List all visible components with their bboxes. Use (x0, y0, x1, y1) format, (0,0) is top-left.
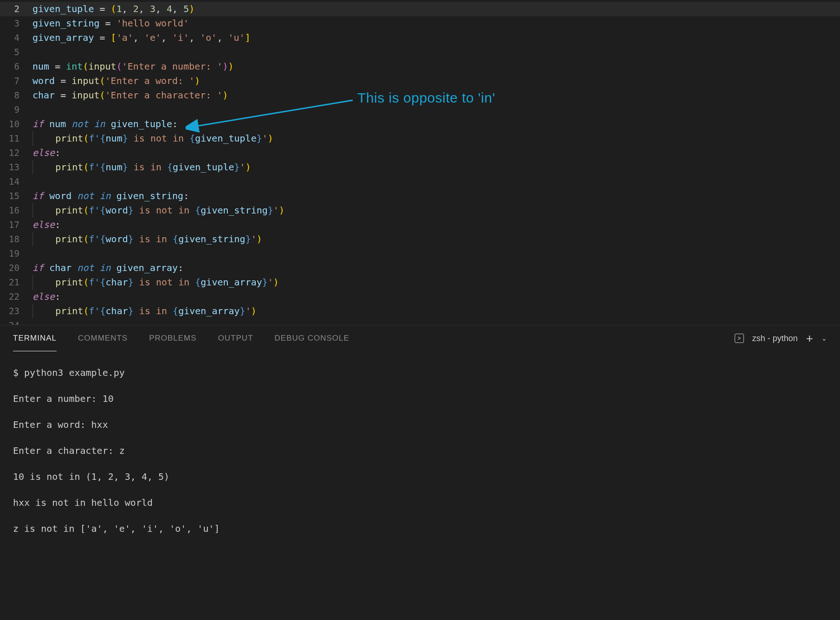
tab-debug-console[interactable]: DEBUG CONSOLE (275, 325, 349, 351)
line-number: 8 (0, 88, 32, 103)
code-line[interactable]: 3 given_string = 'hello world' (0, 16, 840, 31)
line-number: 2 (0, 2, 32, 16)
line-number: 17 (0, 218, 32, 232)
code-line[interactable]: 15 if word not in given_string: (0, 189, 840, 203)
tab-comments[interactable]: COMMENTS (78, 325, 128, 351)
code-line[interactable]: 24 (0, 318, 840, 325)
line-number: 16 (0, 203, 32, 218)
new-terminal-icon[interactable]: + (806, 331, 813, 346)
code-line[interactable]: 22 else: (0, 290, 840, 304)
code-line[interactable]: 23 print(f'{char} is in {given_array}') (0, 304, 840, 318)
line-number: 14 (0, 174, 32, 189)
terminal-shell-label[interactable]: zsh - python (752, 334, 798, 343)
code-line[interactable]: 17 else: (0, 218, 840, 232)
tab-output[interactable]: OUTPUT (218, 325, 253, 351)
line-number: 11 (0, 131, 32, 146)
terminal-line: Enter a word: hxx (13, 418, 827, 431)
line-number: 4 (0, 31, 32, 45)
code-line[interactable]: 6 num = int(input('Enter a number: ')) (0, 59, 840, 74)
line-number: 5 (0, 45, 32, 59)
bottom-panel: TERMINAL COMMENTS PROBLEMS OUTPUT DEBUG … (0, 325, 840, 620)
line-number: 6 (0, 59, 32, 74)
code-line[interactable]: 10 if num not in given_tuple: (0, 117, 840, 131)
terminal-line: $ python3 example.py (13, 366, 827, 379)
code-line[interactable]: 12 else: (0, 146, 840, 160)
code-line[interactable]: 21 print(f'{char} is not in {given_array… (0, 275, 840, 290)
line-number: 21 (0, 275, 32, 290)
code-line[interactable]: 4 given_array = ['a', 'e', 'i', 'o', 'u'… (0, 31, 840, 45)
line-number: 7 (0, 74, 32, 88)
code-line[interactable]: 20 if char not in given_array: (0, 261, 840, 275)
line-number: 19 (0, 246, 32, 261)
code-editor[interactable]: 2 given_tuple = (1, 2, 3, 4, 5) 3 given_… (0, 0, 840, 325)
line-number: 9 (0, 103, 32, 117)
tab-terminal[interactable]: TERMINAL (13, 325, 57, 351)
line-number: 12 (0, 146, 32, 160)
terminal-shell-icon[interactable]: > (735, 334, 744, 343)
code-line[interactable]: 16 print(f'{word} is not in {given_strin… (0, 203, 840, 218)
new-terminal-dropdown-icon[interactable]: ⌄ (821, 335, 827, 342)
code-line[interactable]: 14 (0, 174, 840, 189)
panel-tabbar: TERMINAL COMMENTS PROBLEMS OUTPUT DEBUG … (0, 325, 840, 351)
code-line[interactable]: 18 print(f'{word} is in {given_string}') (0, 232, 840, 246)
line-number: 18 (0, 232, 32, 246)
code-line[interactable]: 19 (0, 246, 840, 261)
code-line[interactable]: 11 print(f'{num} is not in {given_tuple}… (0, 131, 840, 146)
terminal-line: z is not in ['a', 'e', 'i', 'o', 'u'] (13, 522, 827, 535)
terminal-line: Enter a character: z (13, 444, 827, 457)
tab-problems[interactable]: PROBLEMS (149, 325, 196, 351)
line-number: 15 (0, 189, 32, 203)
terminal-line: 10 is not in (1, 2, 3, 4, 5) (13, 470, 827, 483)
terminal-output[interactable]: $ python3 example.py Enter a number: 10 … (0, 351, 840, 563)
terminal-line: hxx is not in hello world (13, 496, 827, 509)
terminal-line: Enter a number: 10 (13, 392, 827, 405)
annotation-text: This is opposite to 'in' (357, 90, 495, 106)
line-number: 23 (0, 304, 32, 318)
line-number: 10 (0, 117, 32, 131)
code-line[interactable]: 5 (0, 45, 840, 59)
line-number: 13 (0, 160, 32, 174)
line-number: 24 (0, 318, 32, 325)
line-number: 20 (0, 261, 32, 275)
line-number: 3 (0, 16, 32, 31)
code-line[interactable]: 2 given_tuple = (1, 2, 3, 4, 5) (0, 2, 840, 16)
code-line[interactable]: 13 print(f'{num} is in {given_tuple}') (0, 160, 840, 174)
line-number: 22 (0, 290, 32, 304)
code-line[interactable]: 7 word = input('Enter a word: ') (0, 74, 840, 88)
